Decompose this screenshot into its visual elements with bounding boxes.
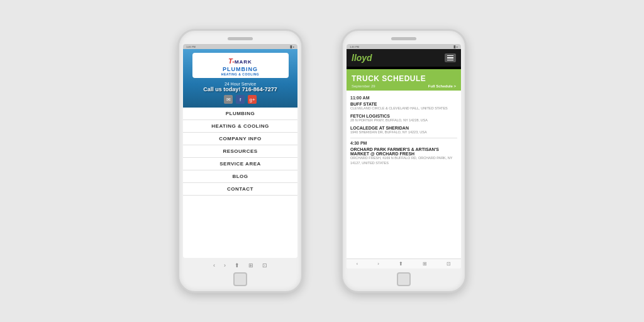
nav-item-contact[interactable]: CONTACT bbox=[183, 183, 297, 196]
phone-2: 1:46 PM ▐▌● lloyd TRUCK SCHEDULE Septemb… bbox=[341, 29, 467, 293]
menu-line-2 bbox=[447, 57, 453, 58]
tmark-logo-t: T- bbox=[228, 57, 235, 65]
nav-item-blog[interactable]: BLOG bbox=[183, 170, 297, 183]
forward-btn-1[interactable]: › bbox=[222, 262, 228, 269]
lloyd-hero-sub: September 29 Full Schedule > bbox=[352, 84, 456, 88]
lloyd-full-schedule-link[interactable]: Full Schedule > bbox=[428, 84, 456, 88]
lloyd-hero-title: TRUCK SCHEDULE bbox=[352, 74, 456, 83]
tmark-service-text: 24 Hour Service bbox=[225, 82, 256, 86]
lloyd-event-addr-fetch: 28 N PORTER PKWY, BUFFALO, NY 14228, USA bbox=[350, 118, 457, 123]
email-icon[interactable]: ✉ bbox=[224, 95, 233, 104]
tmark-logo-sub: HEATING & COOLING bbox=[196, 72, 285, 76]
nav-item-plumbing[interactable]: PLUMBING bbox=[183, 108, 297, 120]
bookmark-btn-1[interactable]: ⊞ bbox=[247, 262, 255, 269]
status-bar-1: 1:46 PM ▐▌● bbox=[183, 44, 297, 49]
lloyd-event-name-buff-state: BUFF STATE bbox=[350, 102, 457, 106]
lloyd-logo: lloyd bbox=[352, 53, 372, 63]
phone-nav-bar-1: ‹ › ⬆ ⊞ ⊡ bbox=[211, 262, 269, 269]
nav-item-service-area[interactable]: SERVICE AREA bbox=[183, 158, 297, 170]
lloyd-event-buff-state[interactable]: BUFF STATE CLEVELAND CIRCLE & CLEVELAND … bbox=[350, 102, 457, 111]
phone-speaker-2 bbox=[391, 37, 416, 40]
lloyd-header: lloyd bbox=[347, 49, 461, 67]
bookmark-btn-2[interactable]: ⊞ bbox=[423, 261, 427, 267]
tabs-btn-1[interactable]: ⊡ bbox=[260, 262, 269, 269]
lloyd-content: 11:00 AM BUFF STATE CLEVELAND CIRCLE & C… bbox=[347, 91, 461, 258]
home-btn-2[interactable] bbox=[397, 272, 411, 286]
phone-bottom-1: ‹ › ⬆ ⊞ ⊡ bbox=[211, 262, 269, 286]
lloyd-event-addr-orchard: ORCHARD FRESH, 4169 N BUFFALO RD, ORCHAR… bbox=[350, 156, 457, 165]
back-btn-2[interactable]: ‹ bbox=[357, 261, 358, 267]
lloyd-event-localedge[interactable]: LOCALEDGE AT SHERIDAN 1940 SHERIDAN DR, … bbox=[350, 126, 457, 135]
googleplus-icon[interactable]: g+ bbox=[248, 95, 257, 104]
back-btn-1[interactable]: ‹ bbox=[211, 262, 217, 269]
lloyd-event-addr-buff-state: CLEVELAND CIRCLE & CLEVELAND HALL, UNITE… bbox=[350, 106, 457, 111]
tmark-logo-mark: MARK bbox=[235, 59, 252, 65]
status-icons-1: ▐▌● bbox=[289, 45, 294, 48]
nav-item-heating[interactable]: HEATING & COOLING bbox=[183, 120, 297, 133]
lloyd-event-name-localedge: LOCALEDGE AT SHERIDAN bbox=[350, 126, 457, 130]
lloyd-time-2: 4:30 PM bbox=[350, 141, 457, 145]
share-btn-2[interactable]: ⬆ bbox=[399, 261, 403, 267]
lloyd-hero: TRUCK SCHEDULE September 29 Full Schedul… bbox=[347, 69, 461, 91]
status-time-1: 1:46 PM bbox=[186, 45, 196, 48]
nav-item-company-info[interactable]: COMPANY INFO bbox=[183, 133, 297, 145]
lloyd-divider bbox=[350, 138, 457, 138]
lloyd-event-name-fetch: FETCH LOGISTICS bbox=[350, 114, 457, 118]
menu-line-1 bbox=[447, 55, 453, 57]
lloyd-event-name-orchard: ORCHARD PARK FARMER'S & ARTISAN'S MARKET… bbox=[350, 147, 457, 156]
home-btn-1[interactable] bbox=[233, 272, 247, 286]
status-time-2: 1:46 PM bbox=[350, 45, 359, 48]
phone-bottom-2 bbox=[397, 272, 411, 286]
forward-btn-2[interactable]: › bbox=[377, 261, 379, 267]
lloyd-menu-button[interactable] bbox=[445, 53, 456, 62]
status-icons-2: ▐▌● bbox=[453, 45, 458, 48]
share-btn-1[interactable]: ⬆ bbox=[233, 262, 242, 269]
tmark-logo-plumbing: PLUMBING bbox=[196, 66, 285, 72]
status-bar-2: 1:46 PM ▐▌● bbox=[347, 44, 461, 49]
tabs-btn-2[interactable]: ⊡ bbox=[447, 261, 451, 267]
tmark-header: T-MARK PLUMBING HEATING & COOLING 24 Hou… bbox=[183, 49, 297, 108]
phone-screen-2: 1:46 PM ▐▌● lloyd TRUCK SCHEDULE Septemb… bbox=[347, 44, 461, 269]
lloyd-event-orchard[interactable]: ORCHARD PARK FARMER'S & ARTISAN'S MARKET… bbox=[350, 147, 457, 165]
facebook-icon[interactable]: f bbox=[236, 95, 245, 104]
lloyd-date: September 29 bbox=[352, 84, 375, 88]
lloyd-event-fetch[interactable]: FETCH LOGISTICS 28 N PORTER PKWY, BUFFAL… bbox=[350, 114, 457, 123]
tmark-phone-text: Call us today! 716-864-7277 bbox=[203, 86, 277, 92]
tmark-social-icons: ✉ f g+ bbox=[224, 95, 257, 104]
tmark-navigation: PLUMBING HEATING & COOLING COMPANY INFO … bbox=[183, 108, 297, 258]
phone-1: 1:46 PM ▐▌● T-MARK PLUMBING HEATING & CO… bbox=[177, 29, 303, 293]
phone-speaker-1 bbox=[228, 37, 253, 40]
phone-screen-1: 1:46 PM ▐▌● T-MARK PLUMBING HEATING & CO… bbox=[183, 44, 297, 258]
lloyd-time-1: 11:00 AM bbox=[350, 96, 457, 100]
tmark-logo: T-MARK PLUMBING HEATING & COOLING bbox=[192, 53, 289, 78]
lloyd-event-addr-localedge: 1940 SHERIDAN DR, BUFFALO, NY 14223, USA bbox=[350, 130, 457, 135]
nav-item-resources[interactable]: RESOURCES bbox=[183, 145, 297, 158]
menu-line-3 bbox=[447, 60, 453, 61]
lloyd-bottom-nav: ‹ › ⬆ ⊞ ⊡ bbox=[347, 258, 461, 269]
